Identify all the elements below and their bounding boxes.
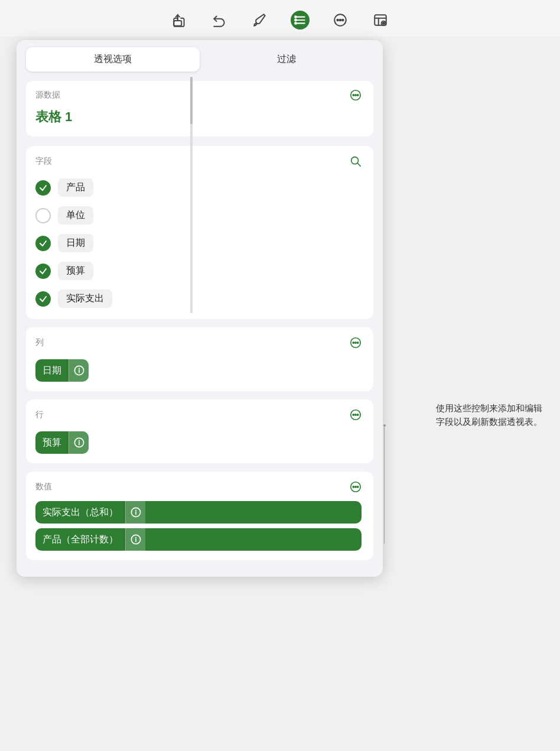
field-item-actual[interactable]: 实际支出 [35, 285, 364, 312]
field-tag-budget: 预算 [58, 262, 93, 280]
value-pill-product-count[interactable]: 产品（全部计数） [35, 528, 362, 551]
column-pill-date[interactable]: 日期 [35, 359, 89, 382]
source-more-button[interactable] [347, 87, 364, 103]
annotation-text: 使用这些控制来添加和编辑字段以及刷新数据透视表。 [436, 402, 542, 428]
fields-list: 产品 单位 日期 预算 实际支出 [35, 174, 364, 312]
svg-point-37 [353, 486, 354, 487]
row-info-button-budget[interactable] [69, 431, 89, 454]
field-tag-product: 产品 [58, 178, 93, 197]
svg-point-6 [295, 22, 297, 24]
fields-section: 字段 产品 单位 [26, 146, 373, 319]
field-item-budget[interactable]: 预算 [35, 258, 364, 284]
svg-point-35 [78, 440, 79, 441]
svg-point-31 [355, 414, 356, 415]
svg-point-15 [383, 22, 385, 24]
svg-point-9 [340, 19, 341, 21]
tab-bar: 透视选项 过滤 [17, 40, 383, 71]
preview-icon[interactable] [371, 11, 390, 30]
toolbar [0, 0, 560, 37]
tab-pivot-options[interactable]: 透视选项 [26, 47, 200, 71]
tab-filter[interactable]: 过滤 [200, 47, 373, 71]
annotation-line [384, 425, 385, 544]
svg-point-32 [357, 414, 359, 415]
svg-point-28 [78, 368, 79, 369]
field-checkbox-actual[interactable] [35, 291, 51, 307]
svg-point-19 [357, 95, 359, 96]
column-pill-date-text: 日期 [35, 360, 69, 382]
svg-point-24 [355, 342, 356, 343]
svg-point-30 [353, 414, 354, 415]
rows-label: 行 [35, 409, 44, 420]
svg-point-42 [135, 510, 136, 511]
columns-more-button[interactable] [347, 334, 364, 351]
fields-label: 字段 [35, 156, 52, 167]
columns-section: 列 日期 [26, 327, 373, 391]
value-info-button-product[interactable] [125, 528, 145, 551]
svg-rect-0 [174, 21, 181, 26]
values-section: 数值 实际支出（总和） 产品（全部计数） [26, 472, 373, 560]
list-icon[interactable] [291, 11, 310, 30]
svg-point-4 [295, 16, 297, 18]
svg-line-21 [357, 163, 360, 166]
table-name: 表格 1 [35, 106, 364, 131]
values-label: 数值 [35, 482, 52, 492]
field-checkbox-budget[interactable] [35, 264, 51, 279]
svg-point-5 [295, 19, 297, 21]
value-pill-product-count-text: 产品（全部计数） [35, 529, 125, 551]
undo-icon[interactable] [210, 11, 229, 30]
source-label: 源数据 [35, 90, 60, 100]
svg-point-23 [353, 342, 354, 343]
field-tag-actual: 实际支出 [58, 290, 112, 308]
field-item-unit[interactable]: 单位 [35, 202, 364, 229]
field-tag-unit: 单位 [58, 206, 93, 225]
field-checkbox-product[interactable] [35, 180, 51, 196]
value-info-button-actual[interactable] [125, 501, 145, 524]
more-icon[interactable] [331, 11, 350, 30]
svg-point-45 [135, 537, 136, 538]
svg-point-18 [355, 95, 356, 96]
brush-icon[interactable] [250, 11, 269, 30]
column-info-button-date[interactable] [69, 359, 89, 382]
svg-point-8 [337, 19, 338, 21]
values-more-button[interactable] [347, 479, 364, 495]
rows-section: 行 预算 [26, 399, 373, 463]
svg-point-39 [357, 486, 359, 487]
svg-point-17 [353, 95, 354, 96]
scrollbar-thumb[interactable] [190, 77, 193, 124]
value-pill-actual-sum-text: 实际支出（总和） [35, 502, 125, 524]
scrollbar[interactable] [190, 77, 193, 313]
svg-point-38 [355, 486, 356, 487]
share-icon[interactable] [170, 11, 189, 30]
rows-more-button[interactable] [347, 407, 364, 423]
svg-point-25 [357, 342, 359, 343]
svg-point-10 [342, 19, 344, 21]
field-checkbox-date[interactable] [35, 236, 51, 251]
fields-search-button[interactable] [347, 153, 364, 170]
source-section: 源数据 表格 1 [26, 81, 373, 136]
row-pill-budget[interactable]: 预算 [35, 431, 89, 454]
columns-label: 列 [35, 337, 44, 348]
field-tag-date: 日期 [58, 234, 93, 252]
value-pill-actual-sum[interactable]: 实际支出（总和） [35, 501, 362, 524]
pivot-panel: 透视选项 过滤 源数据 表格 1 字段 [17, 40, 383, 577]
field-item-date[interactable]: 日期 [35, 230, 364, 256]
field-item-product[interactable]: 产品 [35, 174, 364, 201]
row-pill-budget-text: 预算 [35, 432, 69, 454]
field-checkbox-unit[interactable] [35, 208, 51, 223]
